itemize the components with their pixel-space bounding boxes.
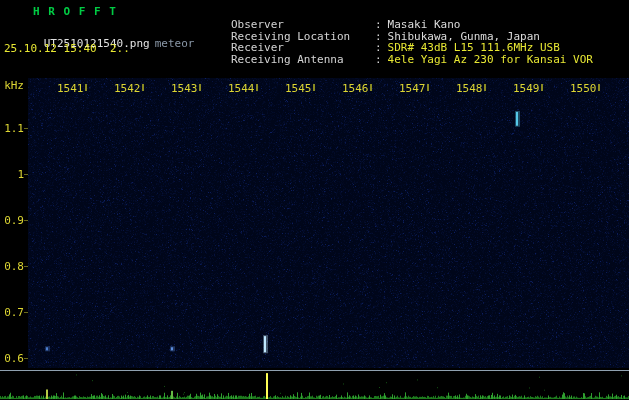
spectrogram-canvas — [0, 78, 629, 368]
time-axis: 1541 1542 1543 1544 1545 1546 1547 1548 … — [0, 82, 629, 95]
frequency-unit-label: kHz — [0, 79, 24, 92]
frequency-axis-tick: 0.8 — [0, 260, 24, 273]
signal-level-canvas — [0, 368, 629, 400]
time-axis-tick: 1543 — [171, 82, 198, 95]
header: H R O F F T UT2510121540.pngmeteor 25.10… — [0, 0, 629, 78]
time-axis-tick: 1550 — [570, 82, 597, 95]
time-axis-tick: 1541 — [57, 82, 84, 95]
frequency-axis-tick: 0.6 — [0, 352, 24, 365]
time-axis-tick: 1549 — [513, 82, 540, 95]
time-axis-tick: 1545 — [285, 82, 312, 95]
app-title: H R O F F T — [33, 5, 117, 18]
station-info: Observer:Masaki Kano Receiving Location:… — [178, 5, 593, 51]
frequency-axis-tick: 0.9 — [0, 214, 24, 227]
time-axis-tick: 1546 — [342, 82, 369, 95]
info-row: Observer:Masaki Kano — [178, 5, 593, 17]
frequency-axis: kHz 1.1 1 0.9 0.8 0.7 0.6 — [0, 0, 26, 400]
info-value: 4ele Yagi Az 230 for Kansai VOR — [388, 53, 593, 66]
time-axis-tick: 1542 — [114, 82, 141, 95]
frequency-axis-tick: 1.1 — [0, 122, 24, 135]
info-label: Receiving Antenna — [231, 53, 375, 66]
frequency-axis-tick: 1 — [0, 168, 24, 181]
time-axis-tick: 1548 — [456, 82, 483, 95]
time-axis-tick: 1547 — [399, 82, 426, 95]
time-axis-tick: 1544 — [228, 82, 255, 95]
frequency-axis-tick: 0.7 — [0, 306, 24, 319]
info-separator: : — [375, 53, 382, 66]
hrofft-window: H R O F F T UT2510121540.pngmeteor 25.10… — [0, 0, 629, 400]
